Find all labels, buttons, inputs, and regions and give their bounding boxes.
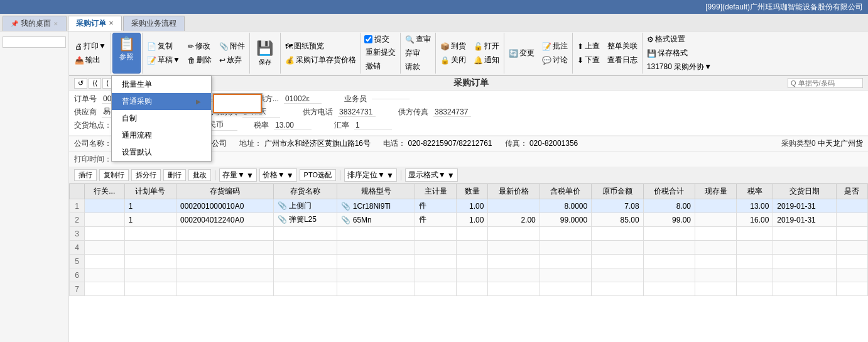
th-orig-amount[interactable]: 原币金额 — [592, 184, 643, 199]
submenu-item-req-order[interactable]: 请购单 — [213, 94, 262, 113]
row-orig-amount[interactable]: 85.00 — [592, 213, 643, 227]
row-total-tax[interactable]: 99.00 — [643, 213, 695, 227]
table-row[interactable]: 1 1 0002001000010A0 📎 上侧门 📎 1Cr18Ni9Ti 件… — [70, 199, 868, 213]
print-button[interactable]: 🖨 打印▼ — [72, 40, 109, 53]
row-plan-no[interactable]: 1 — [124, 199, 176, 213]
row-delivery-date[interactable]: 2019-01-31 — [773, 199, 837, 213]
th-qty[interactable]: 数量 — [457, 184, 488, 199]
row-current-stock[interactable] — [695, 213, 737, 227]
payment-button[interactable]: 请款 — [402, 60, 434, 74]
th-spec[interactable]: 规格型号 — [337, 184, 415, 199]
row-total-tax[interactable]: 8.00 — [643, 199, 695, 213]
sort-dropdown[interactable]: 排序定位▼ ▼ — [344, 168, 397, 182]
tab-close-icon[interactable]: ✕ — [109, 20, 114, 26]
stock-dropdown[interactable]: 存量▼ ▼ — [219, 168, 257, 182]
th-total-tax[interactable]: 价税合计 — [643, 184, 695, 199]
dropdown-item-bulk-create[interactable]: 批量生单 — [112, 76, 211, 93]
diagram-button[interactable]: 🗺 图纸预览 — [282, 40, 359, 53]
table-row[interactable]: 2 1 0002004012240A0 📎 弹簧L25 📎 65Mn 件 1.0… — [70, 213, 868, 227]
close-button[interactable]: 🔒 关闭 — [437, 53, 469, 67]
modify-button[interactable]: ✏ 修改 — [185, 40, 215, 53]
display-dropdown[interactable]: 显示格式▼ ▼ — [405, 168, 458, 182]
row-qty[interactable]: 1.00 — [457, 213, 488, 227]
resubmit-button[interactable]: 重新提交 — [362, 46, 399, 59]
row-stock-name[interactable]: 📎 上侧门 — [273, 199, 337, 213]
doc-search-input[interactable] — [788, 78, 863, 88]
row-latest-price[interactable]: 2.00 — [488, 213, 540, 227]
th-latest-price[interactable]: 最新价格 — [488, 184, 540, 199]
row-plan-no[interactable]: 1 — [124, 213, 176, 227]
down-button[interactable]: ⬇ 下查 — [574, 53, 603, 67]
supplier-code-value[interactable]: 01002ε — [284, 94, 322, 104]
ref-button[interactable]: 📋 参照 — [112, 33, 141, 74]
dropdown-item-custom[interactable]: 自制 — [112, 110, 211, 127]
delete-button[interactable]: 🗑 删除 — [185, 53, 215, 67]
notify-button[interactable]: 🔔 通知 — [470, 53, 502, 67]
supplier-phone-value[interactable]: 38324731 — [338, 108, 376, 117]
row-latest-price[interactable] — [488, 199, 540, 213]
tab-purchase-order[interactable]: 采购订单 ✕ — [68, 16, 122, 31]
sidebar-search-input[interactable] — [3, 36, 66, 48]
dropdown-item-set-default[interactable]: 设置默认 — [112, 144, 211, 161]
dropdown-item-general-flow[interactable]: 通用流程 — [112, 127, 211, 144]
approve-button[interactable]: 批改 — [188, 169, 211, 181]
th-stock-code[interactable]: 存货编码 — [176, 184, 273, 199]
split-row-button[interactable]: 拆分行 — [131, 169, 161, 181]
price-dropdown[interactable]: 价格▼ ▼ — [259, 168, 297, 182]
row-flag[interactable] — [836, 199, 867, 213]
nav-prev-prev-button[interactable]: ⟨⟨ — [89, 78, 101, 89]
log-button[interactable]: 查看日志 — [604, 53, 641, 67]
th-flag[interactable]: 是否 — [836, 184, 867, 199]
row-tax-rate[interactable]: 16.00 — [737, 213, 773, 227]
full-link-button[interactable]: 整单关联 — [604, 40, 641, 53]
up-button[interactable]: ⬆ 上查 — [574, 40, 603, 53]
nav-first-button[interactable]: ↺ — [74, 78, 87, 89]
output-button[interactable]: 📤 输出 — [72, 53, 109, 67]
open-button[interactable]: 🔓 打开 — [470, 40, 502, 53]
exchange-value[interactable]: 1 — [354, 121, 392, 130]
row-rel[interactable] — [85, 213, 125, 227]
tab-desktop[interactable]: 📌 我的桌面 ✕ — [3, 16, 67, 31]
row-tax-rate[interactable]: 13.00 — [737, 199, 773, 213]
save-format-button[interactable]: 💾 保存格式 — [644, 47, 715, 60]
draft-button[interactable]: 📝 草稿▼ — [144, 53, 183, 67]
th-delivery-date[interactable]: 交货日期 — [773, 184, 837, 199]
attachment-button[interactable]: 📎 附件 — [216, 40, 248, 53]
row-unit[interactable]: 件 — [415, 213, 457, 227]
dropdown-item-normal-purchase[interactable]: 普通采购 ▶ 请购单 — [112, 93, 211, 110]
row-flag[interactable] — [836, 213, 867, 227]
format-setting-button[interactable]: ⚙ 格式设置 — [644, 33, 715, 46]
row-spec[interactable]: 📎 65Mn — [337, 213, 415, 227]
purchase-ext-button[interactable]: 131780 采购外协▼ — [644, 60, 715, 74]
row-stock-code[interactable]: 0002004012240A0 — [176, 213, 273, 227]
save-button[interactable]: 💾 保存 — [251, 33, 279, 74]
row-spec[interactable]: 📎 1Cr18Ni9Ti — [337, 199, 415, 213]
row-unit[interactable]: 件 — [415, 199, 457, 213]
row-stock-code[interactable]: 0002001000010A0 — [176, 199, 273, 213]
cancel-button[interactable]: 撤销 — [362, 60, 399, 73]
change-button[interactable]: 🔄 变更 — [506, 47, 538, 60]
row-tax-price[interactable]: 8.0000 — [540, 199, 591, 213]
audit-button[interactable]: 🔍 查审 — [402, 33, 434, 46]
row-rel[interactable] — [85, 199, 125, 213]
tab-purchase-flow[interactable]: 采购业务流程 — [123, 16, 185, 31]
arrive-button[interactable]: 📦 到货 — [437, 40, 469, 53]
row-delivery-date[interactable]: 2019-01-31 — [773, 213, 837, 227]
pto-button[interactable]: PTO选配 — [300, 169, 336, 181]
salesperson-value[interactable] — [372, 99, 410, 99]
discard-button[interactable]: ↩ 放弃 — [216, 53, 248, 67]
insert-row-button[interactable]: 插行 — [74, 169, 97, 181]
comment-button[interactable]: 📝 批注 — [539, 40, 571, 53]
waive-button[interactable]: 弃审 — [402, 47, 434, 60]
price-button[interactable]: 💰 采购订单存货价格 — [282, 53, 359, 67]
th-rel[interactable]: 行关... — [85, 184, 125, 199]
th-unit[interactable]: 主计量 — [415, 184, 457, 199]
row-current-stock[interactable] — [695, 199, 737, 213]
row-tax-price[interactable]: 99.0000 — [540, 213, 591, 227]
th-current-stock[interactable]: 现存量 — [695, 184, 737, 199]
copy-button[interactable]: 📄 复制 — [144, 40, 183, 53]
submit-checkbox[interactable] — [364, 35, 372, 43]
th-plan-no[interactable]: 计划单号 — [124, 184, 176, 199]
copy-row-button[interactable]: 复制行 — [99, 169, 129, 181]
th-tax-rate[interactable]: 税率 — [737, 184, 773, 199]
